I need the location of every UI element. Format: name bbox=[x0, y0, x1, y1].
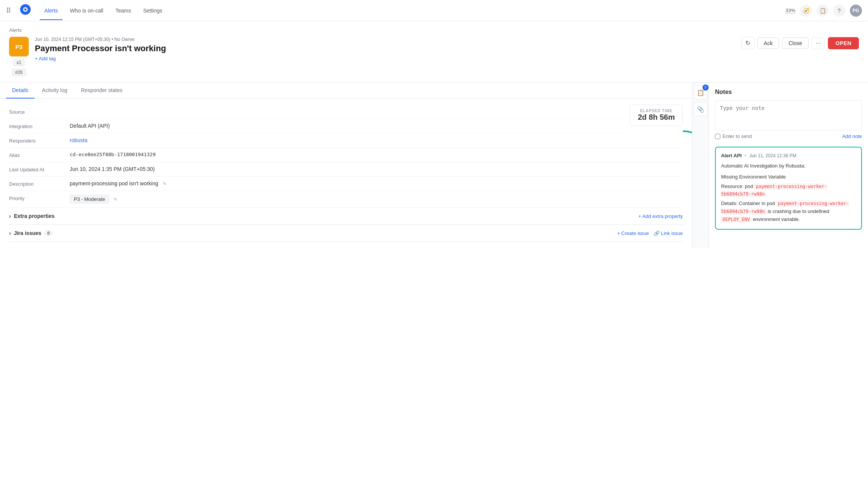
left-panel: Details Activity log Responder states EL… bbox=[0, 83, 692, 248]
note-section-title: Missing Environment Variable bbox=[721, 173, 856, 181]
nav-right: 33% 🧭 📋 ? PG bbox=[785, 5, 862, 17]
occurrence-badge: x1 bbox=[13, 59, 25, 66]
content-area: Details Activity log Responder states EL… bbox=[0, 83, 868, 248]
note-card: Alert API • Jun 11, 2024 12:36 PM Automa… bbox=[715, 147, 862, 230]
notes-icon-btn[interactable]: 📋 7 bbox=[694, 86, 707, 99]
priority-row: Priority P3 - Moderate ✎ bbox=[9, 191, 683, 208]
nav-teams[interactable]: Teams bbox=[111, 5, 136, 17]
source-row: Source bbox=[9, 105, 624, 119]
enter-send-option: Enter to send bbox=[715, 133, 752, 139]
open-status-button[interactable]: OPEN bbox=[828, 37, 859, 49]
details-content: ELAPSED TIME 2d 8h 56m bbox=[0, 99, 692, 248]
nav-links: Alerts Who is on-call Teams Settings bbox=[40, 5, 167, 17]
id-badge: #26 bbox=[12, 69, 26, 76]
notes-input[interactable] bbox=[715, 100, 862, 130]
description-label: Description bbox=[9, 180, 70, 187]
clipboard-icon: 📋 bbox=[697, 89, 704, 96]
note-title: Automatic AI Investigation by Robusta: bbox=[721, 162, 856, 170]
nav-alerts[interactable]: Alerts bbox=[40, 5, 62, 17]
notes-footer: Enter to send Add note bbox=[715, 133, 862, 139]
attachment-icon-btn[interactable]: 📎 bbox=[694, 102, 707, 116]
alert-meta-top: Jun 10, 2024 12:15 PM (GMT+05:30) • No O… bbox=[35, 37, 735, 42]
user-avatar[interactable]: PG bbox=[850, 5, 862, 17]
last-updated-value: Jun 10, 2024 1:35 PM (GMT+05:30) bbox=[70, 166, 683, 172]
create-issue-button[interactable]: + Create issue bbox=[617, 230, 649, 236]
compass-icon[interactable]: 🧭 bbox=[800, 5, 812, 17]
note-source: Alert API bbox=[721, 153, 742, 158]
integration-value: Default API (API) bbox=[70, 123, 624, 129]
alert-header: P3 x1 #26 Jun 10, 2024 12:15 PM (GMT+05:… bbox=[9, 37, 859, 76]
note-card-header: Alert API • Jun 11, 2024 12:36 PM bbox=[721, 153, 856, 158]
ack-button[interactable]: Ack bbox=[757, 38, 779, 49]
extra-properties-header[interactable]: › Extra properties + Add extra property bbox=[9, 213, 683, 219]
arrow-annotation bbox=[683, 127, 692, 150]
tabs: Details Activity log Responder states bbox=[0, 83, 692, 99]
link-issue-button[interactable]: 🔗 Link issue bbox=[654, 230, 683, 236]
alert-owner: No Owner bbox=[114, 37, 135, 42]
priority-badge: P3 bbox=[9, 37, 29, 56]
add-note-button[interactable]: Add note bbox=[842, 133, 862, 139]
dot-separator: • bbox=[111, 37, 114, 42]
svg-point-2 bbox=[24, 8, 27, 11]
note-time: Jun 11, 2024 12:36 PM bbox=[749, 153, 796, 158]
elapsed-label: ELAPSED TIME bbox=[638, 109, 675, 113]
nav-settings[interactable]: Settings bbox=[139, 5, 167, 17]
alert-header-section: Alerts P3 x1 #26 Jun 10, 2024 12:15 PM (… bbox=[0, 21, 868, 83]
elapsed-time-box: ELAPSED TIME 2d 8h 56m bbox=[630, 105, 683, 126]
document-icon[interactable]: 📋 bbox=[816, 5, 829, 17]
description-row: Description payment-processing pod isn't… bbox=[9, 177, 683, 191]
note-details: Details: Container in pod payment-proces… bbox=[721, 200, 856, 223]
paperclip-icon: 📎 bbox=[697, 106, 704, 113]
add-extra-property-link[interactable]: + Add extra property bbox=[639, 213, 683, 219]
notes-title: Notes bbox=[715, 89, 862, 96]
note-dot: • bbox=[745, 153, 746, 158]
tab-details[interactable]: Details bbox=[6, 83, 34, 99]
elapsed-value: 2d 8h 56m bbox=[638, 113, 675, 122]
jira-issues-header: › Jira issues 0 + Create issue 🔗 Link is… bbox=[9, 230, 683, 236]
jira-issues-title[interactable]: › Jira issues 0 bbox=[9, 230, 53, 236]
integration-label: Integration bbox=[9, 123, 70, 129]
description-edit-icon[interactable]: ✎ bbox=[163, 181, 167, 186]
responders-value[interactable]: robusta bbox=[70, 137, 683, 143]
priority-edit-icon[interactable]: ✎ bbox=[114, 197, 117, 202]
nav-who-on-call[interactable]: Who is on-call bbox=[66, 5, 108, 17]
help-icon[interactable]: ? bbox=[833, 5, 845, 17]
note-env-code: DEPLOY_ENV bbox=[721, 216, 751, 222]
alias-label: Alias bbox=[9, 152, 70, 158]
logo-icon bbox=[20, 4, 31, 17]
close-button[interactable]: Close bbox=[782, 38, 809, 49]
last-updated-label: Last Updated At bbox=[9, 166, 70, 172]
enter-send-checkbox[interactable] bbox=[715, 134, 720, 139]
alert-actions: ↻ Ack Close ··· OPEN bbox=[741, 37, 859, 49]
more-options-button[interactable]: ··· bbox=[812, 37, 825, 49]
jira-count-badge: 0 bbox=[44, 230, 53, 236]
alert-title: Payment Processor isn't working bbox=[35, 44, 735, 53]
responders-label: Responders bbox=[9, 137, 70, 144]
alert-timestamp: Jun 10, 2024 12:15 PM (GMT+05:30) bbox=[35, 37, 110, 42]
last-updated-row: Last Updated At Jun 10, 2024 1:35 PM (GM… bbox=[9, 162, 683, 177]
alias-row: Alias cd-ece8ee25f88b-1718001941329 bbox=[9, 148, 683, 162]
source-label: Source bbox=[9, 108, 70, 115]
breadcrumb[interactable]: Alerts bbox=[9, 27, 859, 33]
description-value: payment-processing pod isn't working ✎ bbox=[70, 180, 683, 186]
grid-icon[interactable]: ⠿ bbox=[6, 6, 11, 15]
add-tag-button[interactable]: + Add tag bbox=[35, 56, 56, 61]
extra-properties-section: › Extra properties + Add extra property bbox=[9, 208, 683, 225]
right-panel: Notes Enter to send Add note Alert API •… bbox=[709, 83, 868, 248]
extra-properties-title: › Extra properties bbox=[9, 213, 55, 219]
alert-meta: Jun 10, 2024 12:15 PM (GMT+05:30) • No O… bbox=[35, 37, 735, 61]
priority-value: P3 - Moderate ✎ bbox=[70, 195, 683, 204]
tab-responder-states[interactable]: Responder states bbox=[75, 83, 129, 99]
notification-badge: 7 bbox=[703, 85, 709, 91]
percent-indicator[interactable]: 33% bbox=[785, 8, 795, 14]
refresh-button[interactable]: ↻ bbox=[741, 37, 754, 49]
jira-issues-section: › Jira issues 0 + Create issue 🔗 Link is… bbox=[9, 225, 683, 242]
alias-value: cd-ece8ee25f88b-1718001941329 bbox=[70, 152, 683, 157]
note-body: Automatic AI Investigation by Robusta: M… bbox=[721, 162, 856, 224]
responders-row: Responders robusta bbox=[9, 133, 683, 148]
chevron-right-icon-jira: › bbox=[9, 230, 11, 236]
priority-label: Priority bbox=[9, 195, 70, 201]
jira-actions: + Create issue 🔗 Link issue bbox=[617, 230, 683, 236]
chevron-right-icon: › bbox=[9, 213, 11, 219]
tab-activity-log[interactable]: Activity log bbox=[36, 83, 73, 99]
